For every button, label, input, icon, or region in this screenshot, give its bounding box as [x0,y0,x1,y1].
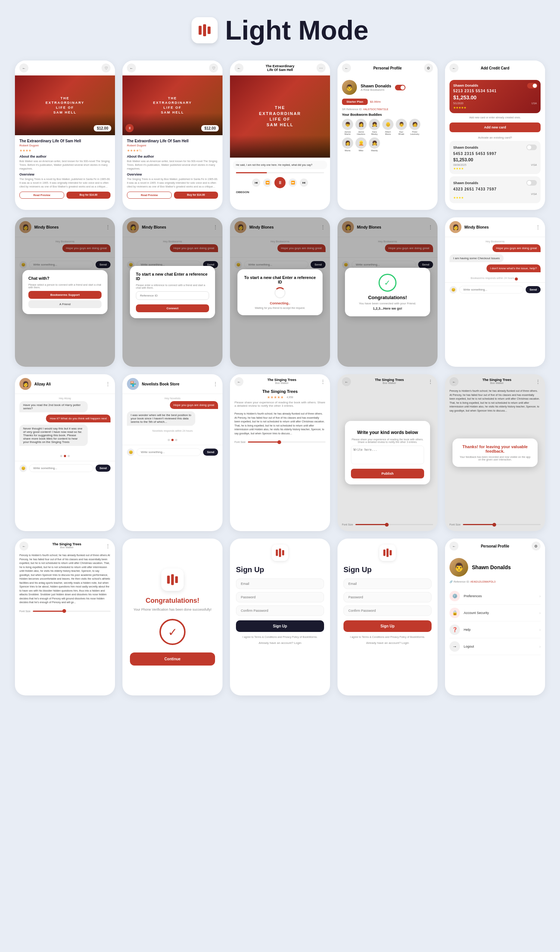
publish-button[interactable]: Publish [351,469,424,478]
back-button[interactable]: ← [234,63,244,73]
cc3-name: Shawn Donalds [453,181,478,185]
cc3-toggle[interactable] [526,180,537,185]
signup-button[interactable]: Sign Up [344,620,432,632]
friend-avatar: 👩 [342,138,353,148]
pref-preferences[interactable]: ⚙️ Preferences › [449,588,541,605]
ref-row: SR Reference ID: #AL67SOC7I68/72LE [342,108,433,111]
login-link[interactable]: Already have an account? Login [236,641,324,644]
font-slider[interactable] [248,442,326,443]
back-button[interactable]: ← [234,377,244,386]
more-icon[interactable]: ⋯ [316,63,326,73]
password-input[interactable] [344,592,432,603]
back-button[interactable]: ← [19,63,28,73]
msg-row-1: Have you read the 2nd book of Harry pott… [19,401,111,414]
back-button[interactable]: ← [342,63,351,73]
progress-bar[interactable] [236,172,324,173]
profile-content: 👨 Shawn Donalds A Real Bookworm Starter … [338,76,438,156]
confirm-password-input[interactable] [236,606,324,616]
settings-icon[interactable]: ⚙ [424,63,433,73]
friend-avatar: 👱 [355,138,367,148]
chat-screen-1: 👩 Mindy Blones ⋮ Hey Bookworms Hope you … [15,217,115,367]
confirm-password-input[interactable] [344,606,432,616]
review-modal-overlay[interactable]: Write your kind words below Please share… [338,374,438,531]
more-options-button[interactable]: ⋮ [105,381,111,387]
chat-input[interactable] [137,448,201,456]
friend-button[interactable]: A Friend [28,300,102,308]
page-dots [58,453,72,459]
plan-price: $3.99/m [370,100,381,104]
friend-avatar: 👧 [369,119,380,130]
preview-button[interactable]: Read Preview [19,192,64,199]
send-button[interactable]: Send [526,286,541,293]
modal-overlay[interactable]: ✓ Congratulations! You have been connect… [338,217,438,367]
cc2-toggle[interactable] [526,145,537,150]
emoji-button[interactable]: 😊 [127,448,134,456]
send-button[interactable]: Send [203,448,218,456]
heart-icon[interactable]: ♡ [209,63,218,73]
email-input[interactable] [236,578,324,589]
modal-desc: Please enter a reference to connect with… [136,284,209,289]
play-button[interactable]: ⏸ [275,177,285,188]
more-options-button[interactable]: ⋮ [213,381,218,387]
back-button[interactable]: ← [449,542,458,550]
plan-button[interactable]: Starter Plan [342,99,368,105]
star-rating: ★★★★★ [267,395,284,399]
cc-toggle-switch[interactable] [527,83,538,88]
send-button[interactable]: Send [96,465,111,472]
friend-name: SaraMeeky [371,131,378,135]
modal-overlay[interactable]: To start a new chat Enter a reference ID… [122,217,222,367]
emoji-button[interactable]: 😊 [449,286,457,294]
pref-help[interactable]: ❓ Help › [449,621,541,638]
font-slider-fill [33,610,64,612]
pref-logout[interactable]: → Logout › [449,638,541,655]
back-button[interactable]: ← [449,63,458,73]
row1-grid: ← ♡ THEEXTRAORDINARYLIFE OFSAM HELL $12.… [15,60,545,210]
signup-logo [236,544,324,561]
profile-header: 👨 Shawn Donalds A Real Bookworm [342,80,433,95]
back-button[interactable]: ← [19,542,28,550]
preview-button[interactable]: Read Preview [127,192,172,199]
password-input[interactable] [236,592,324,603]
emoji-button[interactable]: 😊 [19,465,27,472]
feedback-modal-overlay[interactable]: Thanks! for leaving your valuable feedba… [445,374,545,531]
modal-overlay[interactable]: To start a new chat Enter a reference ID… [230,217,330,367]
settings-icon[interactable]: ⚙ [532,542,541,550]
modal-desc: Please select a person to connect with a… [28,283,102,289]
reference-id-input[interactable] [136,291,209,300]
font-slider[interactable] [33,610,111,612]
chat-input[interactable] [459,286,523,294]
buy-button[interactable]: Buy for $14.00 [174,192,218,199]
friend-jamie: 👩 JamieHawkins [355,119,367,135]
continue-button[interactable]: Continue [130,652,215,666]
nav-bar: ← Add Credit Card [445,60,545,76]
forward-button[interactable]: ⏭ [300,179,308,187]
cc-toggle[interactable] [527,83,538,88]
friend-peter: 🧑 PeterLewinsky [409,119,420,135]
pref-account-security[interactable]: 🔒 Account Security › [449,605,541,621]
signup-button[interactable]: Sign Up [236,620,324,632]
more-options-button[interactable]: ⋮ [320,379,326,385]
more-options-button[interactable]: ⋮ [535,224,541,230]
login-link[interactable]: Already have an account? Login [344,641,432,644]
row4-grid: ← The Singing Trees Boo Walker ⋮ Pencey … [15,539,545,695]
toggle-switch[interactable] [395,85,406,90]
skip-back-button[interactable]: ⏪ [263,179,272,187]
chat-input[interactable] [29,464,93,472]
bookworms-support-button[interactable]: Bookworms Support [28,291,102,299]
modal-overlay[interactable]: Chat with? Please select a person to con… [15,217,115,367]
more-options-button[interactable]: ⋮ [105,543,111,549]
nav-bar: ← The ExtraordinaryLife Of Sam Hell ⋯ [230,60,330,76]
dot-2 [64,455,66,457]
skip-forward-button[interactable]: ⏩ [288,179,297,187]
rewind-button[interactable]: ⏮ [252,179,260,187]
connect-button[interactable]: Connect [136,304,209,312]
buy-button[interactable]: Buy for $14.00 [66,192,111,199]
cover-title: THEEXTRAORDINARYLIFE OFSAM HELL [153,96,192,115]
add-card-button[interactable]: Add new card [449,122,541,132]
pause-button[interactable]: ⏸ [125,124,134,132]
chevron-right-icon: › [540,628,541,632]
heart-icon[interactable]: ♡ [102,63,111,73]
back-button[interactable]: ← [127,63,136,73]
email-input[interactable] [344,578,432,589]
review-textarea[interactable] [351,445,424,464]
